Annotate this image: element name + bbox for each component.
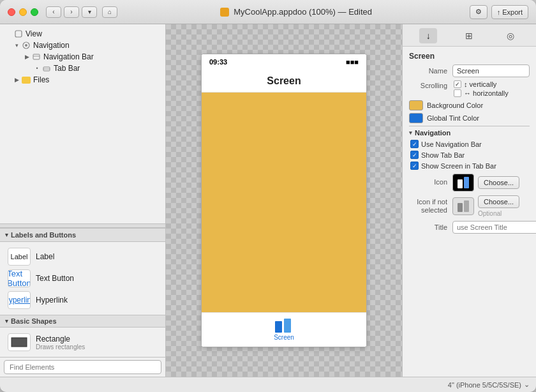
- close-button[interactable]: [8, 8, 15, 16]
- background-color-swatch[interactable]: [409, 100, 423, 110]
- name-value[interactable]: Screen: [452, 64, 530, 77]
- screen-properties: Screen Name Screen Scrolling ✓ ↕ vertica…: [403, 47, 536, 242]
- tab-events[interactable]: ◎: [502, 28, 519, 43]
- forward-button[interactable]: ›: [64, 6, 79, 18]
- rectangle-label: Rectangle: [36, 335, 85, 343]
- scroll-checkboxes: ✓ ↕ vertically ↔ horizontally: [452, 80, 509, 97]
- device-select[interactable]: 4" (iPhone 5/5C/5S/SE) ⌄: [448, 381, 530, 389]
- tree-label: View: [26, 29, 42, 38]
- arrow-icon: [5, 30, 13, 38]
- icon-preview[interactable]: [452, 174, 474, 192]
- books-icon-grey: [458, 200, 469, 212]
- section-label: Basic Shapes: [11, 317, 57, 325]
- use-nav-bar-checkbox[interactable]: ✓: [410, 140, 419, 148]
- canvas-area: 09:33 ■■■ Screen Screen: [166, 24, 402, 377]
- find-bar: [0, 357, 165, 377]
- hyperlink-preview: Hyperlink: [8, 296, 31, 305]
- dropdown-arrow: ⌄: [524, 381, 530, 389]
- bottom-bar: 4" (iPhone 5/5C/5S/SE) ⌄: [0, 377, 536, 392]
- main-content: View ▾ Navigation ▶ Navigation Bar: [0, 24, 536, 377]
- nav-arrow: ▾: [409, 130, 412, 136]
- title-row: Title: [409, 221, 530, 234]
- palette-item-rectangle[interactable]: Rectangle Draws rectangles: [6, 331, 159, 353]
- scroll-horizontal-label: ↔ horizontally: [464, 89, 509, 97]
- global-tint-row: Global Tint Color: [409, 113, 530, 123]
- use-nav-bar-row: ✓ Use Navigation Bar: [410, 140, 530, 148]
- tree-item-files[interactable]: ▶ Files: [0, 74, 165, 86]
- text-button-preview: Text Button: [8, 269, 31, 287]
- arrow-icon: ▶: [23, 53, 31, 61]
- icon-label: Icon: [409, 178, 447, 186]
- arrow-icon: •: [33, 64, 41, 72]
- tab-layout[interactable]: ⊞: [460, 28, 478, 43]
- basic-shapes-header[interactable]: ▾ Basic Shapes: [0, 315, 165, 328]
- show-screen-tab-row: ✓ Show Screen in Tab Bar: [410, 162, 530, 170]
- show-tab-bar-checkbox[interactable]: ✓: [410, 151, 419, 159]
- panel-tabs: ↓ ⊞ ◎: [403, 24, 536, 47]
- label-thumb: Label: [8, 248, 31, 266]
- navigation-section-header: ▾ Navigation: [409, 129, 530, 137]
- book-2: [284, 319, 291, 333]
- tree-item-navigation-bar[interactable]: ▶ Navigation Bar: [0, 51, 165, 63]
- nav-buttons: ‹ › ▾: [46, 6, 97, 18]
- back-button[interactable]: ‹: [46, 6, 61, 18]
- book-1: [275, 321, 282, 333]
- scroll-vertical-row: ✓ ↕ vertically: [454, 80, 509, 88]
- icon-not-selected-label: Icon if not selected: [409, 198, 447, 215]
- title-bar-right: ⚙ ↑ Export: [470, 5, 528, 19]
- global-tint-swatch[interactable]: [409, 113, 423, 123]
- palette-item-hyperlink[interactable]: Hyperlink Hyperlink: [6, 289, 159, 311]
- nav-bar-icon: [32, 52, 41, 61]
- phone-nav-bar: Screen: [202, 70, 366, 93]
- tree-item-navigation[interactable]: ▾ Navigation: [0, 40, 165, 51]
- show-tab-bar-label: Show Tab Bar: [421, 151, 465, 159]
- view-icon: [14, 29, 23, 38]
- dropdown-button[interactable]: ▾: [82, 6, 97, 18]
- text-button-thumb: Text Button: [8, 269, 31, 287]
- choose-icon-button[interactable]: Choose...: [478, 176, 519, 189]
- icon-not-selected-preview[interactable]: [452, 197, 474, 215]
- book-w2: [464, 177, 469, 188]
- gear-button[interactable]: ⚙: [470, 5, 488, 19]
- name-row: Name Screen: [409, 64, 530, 77]
- status-bar: 09:33 ■■■: [202, 54, 366, 70]
- folder-icon: [22, 75, 31, 84]
- book-w1: [458, 179, 463, 188]
- tab-books-icon: [275, 319, 293, 333]
- tree-item-view[interactable]: View: [0, 28, 165, 40]
- scroll-vertical-checkbox[interactable]: ✓: [454, 80, 461, 88]
- project-tree: View ▾ Navigation ▶ Navigation Bar: [0, 24, 165, 223]
- export-button[interactable]: ↑ Export: [491, 5, 528, 19]
- icon-not-selected-row: Icon if not selected Choose... Optional: [409, 195, 530, 217]
- tree-item-tab-bar[interactable]: • Tab Bar: [0, 63, 165, 74]
- background-color-label: Background Color: [427, 102, 483, 109]
- collapse-arrow: ▾: [5, 318, 8, 324]
- choose-not-selected-button[interactable]: Choose...: [478, 195, 519, 208]
- title-bar: ‹ › ▾ ⌂ MyCoolApp.appdoo (100%) — Edited…: [0, 0, 536, 24]
- shapes-items: Rectangle Draws rectangles: [0, 328, 165, 357]
- find-input[interactable]: [4, 360, 161, 374]
- optional-label: Optional: [478, 210, 519, 217]
- book-grey-2: [464, 200, 469, 212]
- title-input[interactable]: [452, 221, 536, 234]
- palette-text-button-label: Text Button: [36, 274, 74, 283]
- section-divider: [409, 126, 530, 126]
- show-screen-tab-checkbox[interactable]: ✓: [410, 162, 419, 170]
- maximize-button[interactable]: [31, 8, 38, 16]
- palette-item-text-button[interactable]: Text Button Text Button: [6, 268, 159, 289]
- minimize-button[interactable]: [19, 8, 27, 16]
- arrow-icon: ▾: [13, 41, 20, 49]
- tree-label: Navigation: [33, 41, 70, 50]
- tab-label: Screen: [274, 334, 294, 341]
- left-panel: View ▾ Navigation ▶ Navigation Bar: [0, 24, 166, 377]
- scroll-horizontal-checkbox[interactable]: [454, 89, 461, 97]
- use-nav-bar-label: Use Navigation Bar: [421, 140, 482, 148]
- scroll-horizontal-row: ↔ horizontally: [454, 89, 509, 97]
- device-label: 4" (iPhone 5/5C/5S/SE): [448, 381, 521, 389]
- home-button[interactable]: ⌂: [102, 6, 117, 18]
- tab-properties[interactable]: ↓: [419, 28, 437, 43]
- phone-tab-bar: Screen: [202, 312, 366, 347]
- palette-section: ▾ Labels and Buttons Label Label Text Bu…: [0, 227, 165, 357]
- palette-item-label[interactable]: Label Label: [6, 246, 159, 268]
- labels-buttons-header[interactable]: ▾ Labels and Buttons: [0, 228, 165, 242]
